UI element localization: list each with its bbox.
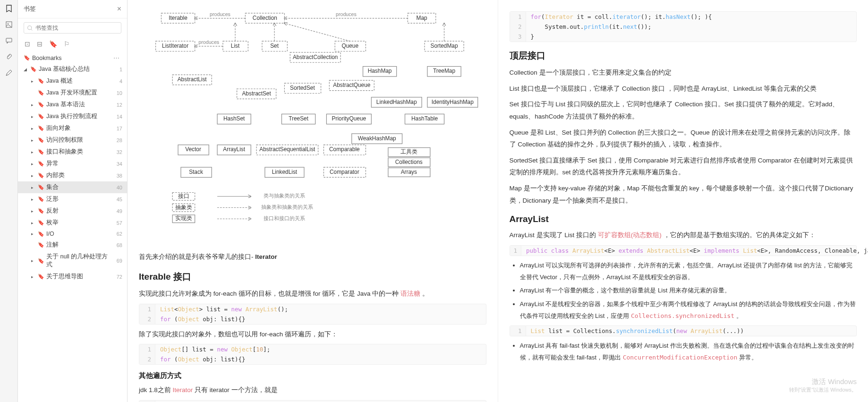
tree-item[interactable]: 🔖 Java 开发环境配置10 (18, 87, 127, 99)
code-block-2: 1Object[] list = new Object[10]; 2for (O… (139, 344, 486, 365)
para: 实现此接口允许对象成为 for-each 循环的目标，也就是增强 for 循环，… (139, 288, 486, 300)
para: jdk 1.8之前 Iterator 只有 iterator 一个方法，就是 (139, 384, 486, 396)
svg-text:Stack: Stack (189, 169, 203, 175)
list-item: ArrayList 不是线程安全的容器，如果多个线程中至少有两个线程修改了 Ar… (520, 299, 857, 322)
pen-icon[interactable] (4, 68, 14, 77)
svg-text:AbstractSequentialList: AbstractSequentialList (259, 146, 315, 153)
svg-text:IdentityHashMap: IdentityHashMap (432, 99, 474, 105)
heading-iterable: Iterable 接口 (139, 271, 486, 283)
svg-text:TreeSet: TreeSet (289, 115, 308, 122)
svg-text:HashTable: HashTable (411, 115, 438, 122)
tree-item[interactable]: ▸🔖 Java 概述4 (18, 75, 127, 87)
sidebar-toolbar: ⊡ ⊟ 🔖 ⚐ (18, 37, 127, 51)
svg-text:Set: Set (270, 43, 279, 49)
svg-text:List: List (231, 43, 240, 49)
svg-text:produces: produces (198, 39, 219, 45)
bookmark-tree: 🔖 Bookmarks ⋯ ◢🔖 Java 基础核心总结 1 ▸🔖 Java 概… (18, 51, 127, 402)
syntax-sugar-link[interactable]: 语法糖 (400, 290, 420, 297)
bookmark-icon[interactable] (4, 4, 14, 13)
content-right: 1for(Iterator it = coll.iterator(); it.h… (498, 0, 868, 402)
code-block-3: 1Iterator<T> iterator(); (139, 400, 486, 402)
collapse-icon[interactable]: ⊟ (37, 40, 43, 48)
search-input[interactable] (35, 25, 118, 31)
svg-text:AbstractList: AbstractList (178, 76, 207, 83)
tree-item[interactable]: ▸🔖 关于 null 的几种处理方式69 (18, 251, 127, 271)
svg-text:AbstractQueue: AbstractQueue (333, 82, 371, 88)
collection-diagram: Iterable Collection Map produces produce… (139, 8, 486, 244)
list-item: ArrayList 可以实现所有可选择的列表操作，允许所有的元素，包括空值。Ar… (520, 260, 857, 283)
more-icon[interactable]: ⋯ (111, 54, 122, 61)
svg-text:AbstractSet: AbstractSet (242, 90, 271, 97)
image-icon[interactable] (4, 20, 14, 29)
svg-text:Comparable: Comparable (329, 146, 360, 153)
svg-text:Map: Map (417, 15, 427, 21)
tree-item[interactable]: ▸🔖 I/O62 (18, 229, 127, 239)
svg-text:TreeMap: TreeMap (433, 68, 455, 74)
tree-item[interactable]: ▸🔖 Java 执行控制流程14 (18, 111, 127, 122)
tree-item[interactable]: ▸🔖 访问控制权限28 (18, 134, 127, 146)
svg-text:Collection: Collection (253, 15, 277, 21)
code-block-1: 1List<Object> list = new ArrayList(); 2f… (139, 304, 486, 325)
bookmarks-sidebar: 书签 × ⊡ ⊟ 🔖 ⚐ 🔖 Bookmarks ⋯ ◢🔖 Java 基础核心总… (18, 0, 128, 402)
svg-text:Comparator: Comparator (330, 169, 359, 175)
heading-top: 顶层接口 (510, 50, 857, 62)
para: Queue 是和 List、Set 接口并列的 Collection 的三大接口… (510, 127, 857, 151)
attachment-icon[interactable] (4, 52, 14, 61)
tree-root[interactable]: ◢🔖 Java 基础核心总结 1 (18, 63, 127, 75)
bookmark-add-icon[interactable]: 🔖 (49, 40, 57, 48)
sidebar-title: 书签 (24, 5, 36, 13)
bookmarks-root[interactable]: 🔖 Bookmarks ⋯ (18, 52, 127, 63)
svg-text:Collections: Collections (395, 159, 423, 165)
tree-item[interactable]: ▸🔖 枚举57 (18, 217, 127, 229)
svg-text:Iterable: Iterable (169, 15, 187, 21)
tree-item[interactable]: ▸🔖 集合40 (18, 181, 127, 193)
svg-text:LinkedHashMap: LinkedHashMap (376, 99, 417, 105)
svg-rect-2 (6, 38, 12, 42)
svg-text:抽象类和抽象类的关系: 抽象类和抽象类的关系 (261, 204, 313, 210)
svg-text:Vector: Vector (185, 146, 201, 153)
svg-text:ListIterator: ListIterator (162, 43, 188, 49)
intro: 首先来介绍的就是列表爷爷辈儿的接口- Iterator (139, 251, 486, 263)
svg-text:Arrays: Arrays (401, 169, 417, 175)
tree-item[interactable]: ▸🔖 接口和抽象类32 (18, 146, 127, 158)
bookmark-search[interactable] (24, 22, 121, 34)
tree-item[interactable]: ▸🔖 内部类38 (18, 170, 127, 181)
svg-text:抽象类: 抽象类 (175, 204, 192, 211)
svg-text:Queue: Queue (341, 43, 358, 49)
dynamic-array-link[interactable]: 可扩容数组(动态数组) (598, 231, 662, 239)
comment-icon[interactable] (4, 36, 14, 45)
bookmark-alt-icon[interactable]: ⚐ (64, 40, 70, 48)
content-left: Iterable Collection Map produces produce… (128, 0, 498, 402)
svg-point-3 (28, 26, 32, 29)
para: List 接口也是一个顶层接口，它继承了 Collection 接口 ，同时也是… (510, 83, 857, 95)
code-block-r0: 1for(Iterator it = coll.iterator(); it.h… (510, 11, 857, 42)
close-icon[interactable]: × (117, 5, 121, 13)
para: 除了实现此接口的对象外，数组也可以用 for-each 循环遍历，如下： (139, 328, 486, 341)
svg-text:produces: produces (210, 11, 230, 17)
para: Set 接口位于与 List 接口同级的层次上，它同时也继承了 Collecti… (510, 98, 857, 122)
tree-item[interactable]: ▸🔖 反射49 (18, 205, 127, 217)
svg-text:SortedMap: SortedMap (431, 43, 458, 49)
tree-item[interactable]: ▸🔖 泛形45 (18, 193, 127, 205)
tree-item[interactable]: ▸🔖 Java 基本语法12 (18, 99, 127, 111)
list-item: ArrayList 有一个容量的概念，这个数组的容量就是 List 用来存储元素… (520, 285, 857, 297)
tree-item[interactable]: ▸🔖 异常34 (18, 158, 127, 170)
tree-item[interactable]: 🔖 注解68 (18, 239, 127, 251)
tree-item[interactable]: ▸🔖 关于思维导图72 (18, 271, 127, 282)
para: Map 是一个支持 key-value 存储的对象，Map 不能包含重复的 ke… (510, 182, 857, 206)
para: SortedSet 接口直接继承于 Set 接口，使用 Comparable 对… (510, 154, 857, 179)
svg-text:接口: 接口 (178, 193, 189, 199)
bullet-list: ArrayList 可以实现所有可选择的列表操作，允许所有的元素，包括空值。Ar… (510, 260, 857, 322)
svg-text:HashSet: HashSet (223, 115, 245, 122)
bullet-list-2: ArrayList 具有 fail-fast 快速失败机制，能够对 ArrayL… (510, 340, 857, 363)
tree-item[interactable]: ▸🔖 面向对象17 (18, 122, 127, 134)
svg-text:produces: produces (336, 11, 357, 17)
left-rail (0, 0, 18, 402)
svg-text:SortedSet: SortedSet (290, 85, 315, 91)
svg-point-1 (8, 23, 9, 24)
svg-text:类与抽象类的关系: 类与抽象类的关系 (264, 193, 305, 198)
code-block-r1: 1public class ArrayList<E> extends Abstr… (510, 245, 857, 256)
list-item: ArrayList 具有 fail-fast 快速失败机制，能够对 ArrayL… (520, 340, 857, 363)
expand-icon[interactable]: ⊡ (25, 40, 30, 48)
svg-text:LinkedList: LinkedList (272, 169, 298, 175)
